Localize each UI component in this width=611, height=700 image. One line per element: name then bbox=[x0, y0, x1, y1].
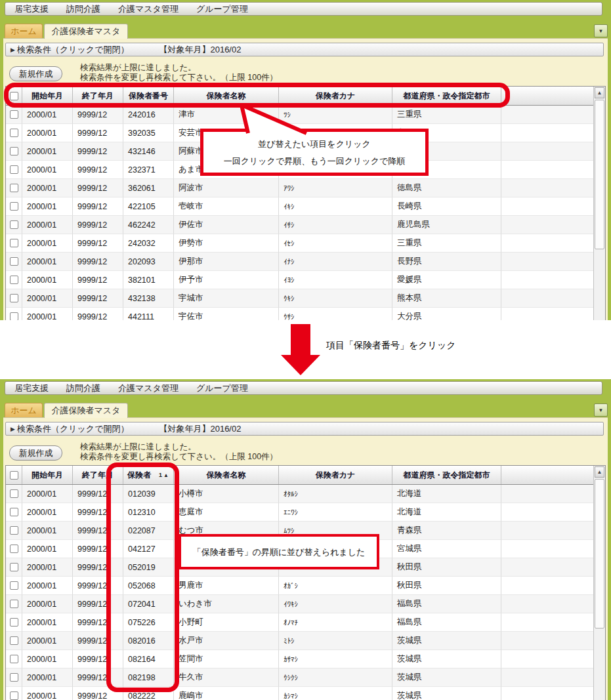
menu-item-kaigo-master[interactable]: 介護マスタ管理 bbox=[118, 382, 179, 394]
row-checkbox[interactable] bbox=[10, 655, 18, 663]
row-checkbox[interactable] bbox=[10, 165, 18, 174]
table-row[interactable]: 2000/019999/12012310恵庭市ｴﾆﾜｼ北海道 bbox=[6, 503, 605, 522]
select-all-checkbox[interactable] bbox=[10, 471, 18, 480]
header-insurer-number[interactable]: 保険者番号 bbox=[123, 87, 174, 105]
tab-kaigo-hokensha-master[interactable]: 介護保険者マスタ bbox=[44, 403, 128, 418]
table-row[interactable]: 2000/019999/12012039小樽市ｵﾀﾙｼ北海道 bbox=[6, 485, 605, 503]
tab-dropdown-button[interactable]: ▼ bbox=[594, 403, 608, 417]
table-row[interactable]: 2000/019999/12242016津市ﾂｼ三重県 bbox=[6, 106, 605, 124]
table-row[interactable]: 2000/019999/12082016水戸市ﾐﾄｼ茨城県 bbox=[6, 632, 605, 650]
row-checkbox[interactable] bbox=[10, 239, 18, 247]
row-checkbox[interactable] bbox=[10, 184, 18, 192]
cell-filler bbox=[501, 308, 605, 320]
header-prefecture[interactable]: 都道府県・政令指定都市 bbox=[392, 466, 501, 484]
row-select-cell bbox=[6, 558, 22, 577]
menu-item-houmon-kaigo[interactable]: 訪問介護 bbox=[66, 382, 100, 394]
vertical-scrollbar[interactable]: ▲ bbox=[593, 87, 605, 320]
header-prefecture[interactable]: 都道府県・政令指定都市 bbox=[392, 87, 501, 105]
create-new-button[interactable]: 新規作成 bbox=[9, 66, 62, 81]
row-checkbox[interactable] bbox=[10, 294, 18, 302]
table-row[interactable]: 2000/019999/12362061阿波市ｱﾜｼ徳島県 bbox=[6, 179, 605, 197]
row-checkbox[interactable] bbox=[10, 600, 18, 608]
header-start-month[interactable]: 開始年月 bbox=[22, 87, 73, 105]
cell-prefecture: 北海道 bbox=[392, 485, 501, 503]
row-select-cell bbox=[6, 106, 22, 124]
row-checkbox[interactable] bbox=[10, 636, 18, 645]
row-checkbox[interactable] bbox=[10, 508, 18, 516]
cell-prefecture: 秋田県 bbox=[392, 577, 501, 595]
table-row[interactable]: 2000/019999/12082164笠間市ｶｻﾏｼ茨城県 bbox=[6, 650, 605, 669]
cell-start-month: 2000/01 bbox=[22, 106, 73, 124]
row-checkbox[interactable] bbox=[10, 581, 18, 590]
table-row[interactable]: 2000/019999/12082198牛久市ｳｼｸｼ茨城県 bbox=[6, 669, 605, 687]
search-condition-bar[interactable]: ▶ 検索条件（クリックで開閉） 【対象年月】2016/02 bbox=[5, 43, 604, 56]
cell-prefecture: 愛媛県 bbox=[392, 271, 501, 289]
menu-item-houmon-kaigo[interactable]: 訪問介護 bbox=[66, 3, 100, 15]
row-checkbox[interactable] bbox=[10, 257, 18, 266]
tab-home[interactable]: ホーム bbox=[5, 24, 43, 38]
table-row[interactable]: 2000/019999/12082222鹿嶋市ｶｼﾏｼ茨城県 bbox=[6, 687, 605, 700]
row-checkbox[interactable] bbox=[10, 563, 18, 571]
scroll-up-button[interactable]: ▲ bbox=[595, 466, 604, 478]
header-insurer-number-sorted[interactable]: 保険者 1 ▲ bbox=[123, 466, 174, 484]
create-new-button[interactable]: 新規作成 bbox=[9, 445, 62, 461]
table-row[interactable]: 2000/019999/12422105壱岐市ｲｷｼ長崎県 bbox=[6, 197, 605, 216]
row-checkbox[interactable] bbox=[10, 276, 18, 284]
menu-item-group-kanri[interactable]: グループ管理 bbox=[196, 382, 248, 394]
cell-end-month: 9999/12 bbox=[73, 289, 123, 308]
callout-line1: 並び替えたい項目をクリック bbox=[258, 138, 371, 150]
tab-kaigo-hokensha-master[interactable]: 介護保険者マスタ bbox=[44, 24, 128, 39]
tab-dropdown-button[interactable]: ▼ bbox=[594, 24, 608, 37]
row-checkbox[interactable] bbox=[10, 129, 18, 137]
cell-start-month: 2000/01 bbox=[22, 142, 73, 161]
row-select-cell bbox=[6, 577, 22, 595]
select-all-checkbox[interactable] bbox=[10, 92, 18, 100]
scrollbar-thumb[interactable] bbox=[595, 479, 604, 628]
vertical-scrollbar[interactable]: ▲ bbox=[593, 466, 605, 700]
cell-end-month: 9999/12 bbox=[73, 503, 123, 522]
table-row[interactable]: 2000/019999/12052068男鹿市ｵｶﾞｼ秋田県 bbox=[6, 577, 605, 595]
tab-home[interactable]: ホーム bbox=[5, 403, 43, 417]
menu-item-kyotaku-shien[interactable]: 居宅支援 bbox=[14, 382, 49, 394]
menu-item-group-kanri[interactable]: グループ管理 bbox=[196, 3, 248, 15]
table-row[interactable]: 2000/019999/12462242伊佐市ｲｻｼ鹿児島県 bbox=[6, 216, 605, 234]
table-row[interactable]: 2000/019999/12432138宇城市ｳｷｼ熊本県 bbox=[6, 289, 605, 308]
cell-end-month: 9999/12 bbox=[73, 650, 123, 669]
header-insurer-name[interactable]: 保険者名称 bbox=[174, 466, 279, 484]
table-row[interactable]: 2000/019999/12382101伊予市ｲﾖｼ愛媛県 bbox=[6, 271, 605, 289]
row-checkbox[interactable] bbox=[10, 312, 18, 320]
table-row[interactable]: 2000/019999/12242032伊勢市ｲｾｼ三重県 bbox=[6, 234, 605, 253]
row-checkbox[interactable] bbox=[10, 673, 18, 682]
table-row[interactable]: 2000/019999/12072041いわき市ｲﾜｷｼ福島県 bbox=[6, 595, 605, 613]
screenshot-before-sort: 居宅支援 訪問介護 介護マスタ管理 グループ管理 ホーム 介護保険者マスタ ▼ … bbox=[0, 0, 611, 320]
row-checkbox[interactable] bbox=[10, 691, 18, 700]
search-condition-bar[interactable]: ▶ 検索条件（クリックで開閉） 【対象年月】2016/02 bbox=[5, 422, 604, 436]
table-row[interactable]: 2000/019999/12075226小野町ｵﾉﾏﾁ福島県 bbox=[6, 613, 605, 632]
limit-warning-text: 検索結果が上限に達しました。 検索条件を変更し再検索して下さい。（上限 100件… bbox=[80, 63, 278, 83]
table-row[interactable]: 2000/019999/12202093伊那市ｲﾅｼ長野県 bbox=[6, 253, 605, 271]
row-checkbox[interactable] bbox=[10, 110, 18, 119]
cell-start-month: 2000/01 bbox=[22, 595, 73, 613]
cell-end-month: 9999/12 bbox=[73, 124, 123, 142]
cell-insurer-kana: ﾐﾄｼ bbox=[279, 632, 392, 650]
menu-item-kyotaku-shien[interactable]: 居宅支援 bbox=[14, 3, 49, 15]
row-checkbox[interactable] bbox=[10, 147, 18, 155]
header-end-month[interactable]: 終了年月 bbox=[73, 87, 123, 105]
row-checkbox[interactable] bbox=[10, 526, 18, 535]
cell-filler bbox=[501, 271, 605, 289]
header-end-month[interactable]: 終了年月 bbox=[73, 466, 123, 484]
menu-item-kaigo-master[interactable]: 介護マスタ管理 bbox=[118, 3, 179, 15]
header-insurer-name[interactable]: 保険者名称 bbox=[174, 87, 279, 105]
row-checkbox[interactable] bbox=[10, 545, 18, 553]
row-checkbox[interactable] bbox=[10, 202, 18, 211]
row-checkbox[interactable] bbox=[10, 618, 18, 627]
header-insurer-kana[interactable]: 保険者カナ bbox=[279, 87, 392, 105]
step-arrow-shaft bbox=[291, 324, 310, 356]
table-row[interactable]: 2000/019999/12442111宇佐市ｳｻｼ大分県 bbox=[6, 308, 605, 320]
header-insurer-kana[interactable]: 保険者カナ bbox=[279, 466, 392, 484]
header-start-month[interactable]: 開始年月 bbox=[22, 466, 73, 484]
scrollbar-thumb[interactable] bbox=[595, 100, 604, 249]
row-checkbox[interactable] bbox=[10, 220, 18, 229]
scroll-up-button[interactable]: ▲ bbox=[595, 87, 604, 98]
row-checkbox[interactable] bbox=[10, 489, 18, 498]
